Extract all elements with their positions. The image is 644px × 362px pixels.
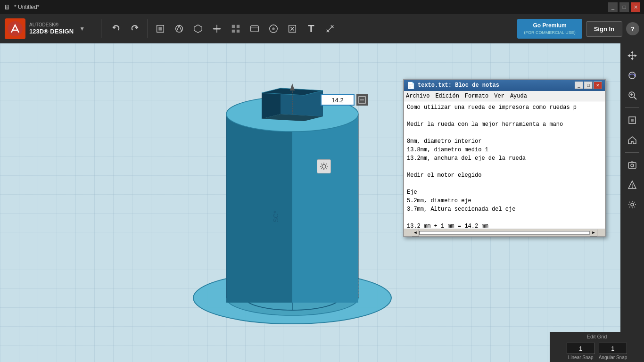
svg-point-55 (631, 203, 634, 206)
svg-point-54 (632, 187, 633, 188)
help-button[interactable]: ? (626, 22, 639, 35)
toolbar-divider-2 (148, 19, 148, 38)
3d-object: SC* (174, 67, 410, 340)
titlebar-left: 🖥 * Untitled* (4, 3, 39, 11)
zoom-button[interactable] (624, 87, 641, 104)
main-toolbar: AUTODESK® 123D® DESIGN ▼ (0, 14, 644, 43)
angular-snap-label: Angular Snap (599, 355, 627, 360)
snap-tool[interactable] (264, 18, 283, 39)
titlebar-title: * Untitled* (14, 4, 39, 10)
svg-rect-8 (237, 30, 239, 33)
notepad-content[interactable]: Como utilizar una rueda de impresora com… (404, 101, 605, 229)
notepad-minimize[interactable]: _ (575, 82, 583, 89)
right-panel-divider-2 (625, 152, 639, 153)
modify-tool[interactable] (207, 18, 226, 39)
render-button[interactable] (624, 176, 641, 193)
dimension-input[interactable] (321, 94, 355, 106)
svg-rect-22 (292, 114, 358, 303)
angular-snap-field: Angular Snap (599, 343, 627, 360)
notepad-menu-formato[interactable]: Formato (465, 93, 488, 99)
dimension-confirm-button[interactable] (356, 94, 368, 106)
titlebar: 🖥 * Untitled* _ □ ✕ (0, 0, 644, 14)
construct-tool[interactable] (189, 18, 207, 39)
svg-text:SC*: SC* (272, 211, 280, 222)
svg-point-12 (272, 27, 275, 30)
right-panel-divider-1 (625, 107, 639, 108)
notepad-hscroll-track[interactable] (419, 231, 590, 235)
primitive-tool[interactable] (151, 18, 170, 39)
measure-tool[interactable] (321, 18, 339, 39)
svg-marker-40 (627, 54, 630, 57)
orbit-button[interactable] (624, 67, 641, 84)
close-button[interactable]: ✕ (631, 2, 640, 12)
snap-inputs: Linear Snap Angular Snap (553, 343, 640, 360)
group-tool[interactable] (245, 18, 264, 39)
notepad-menu-ver[interactable]: Ver (494, 93, 504, 99)
notepad-controls: _ □ ✕ (575, 82, 602, 89)
notepad-close[interactable]: ✕ (594, 82, 602, 89)
maximize-button[interactable]: □ (619, 2, 629, 12)
notepad-icon: 📄 (407, 82, 415, 90)
svg-rect-50 (628, 163, 636, 168)
svg-point-0 (8, 21, 23, 36)
svg-marker-27 (290, 83, 295, 90)
dimension-input-container (321, 94, 368, 106)
material-tool[interactable] (283, 18, 302, 39)
fit-view-button[interactable] (624, 112, 641, 129)
svg-rect-2 (158, 27, 162, 30)
svg-rect-49 (631, 119, 634, 122)
settings-gear-button[interactable] (317, 159, 331, 173)
notepad-menu-ayuda[interactable]: Ayuda (510, 93, 527, 99)
notepad-menubar: Archivo Edición Formato Ver Ayuda (404, 91, 605, 101)
premium-button[interactable]: Go Premium (FOR COMMERCIAL USE) (517, 19, 582, 38)
app-logo (5, 18, 25, 39)
home-view-button[interactable] (624, 132, 641, 148)
right-panel (620, 43, 644, 362)
sketch-tool[interactable] (170, 18, 189, 39)
notepad-window: 📄 texto.txt: Bloc de notas _ □ ✕ Archivo… (403, 79, 606, 237)
notepad-title: texto.txt: Bloc de notas (418, 82, 499, 89)
svg-rect-21 (226, 114, 292, 303)
logo-area: AUTODESK® 123D® DESIGN ▼ (5, 18, 87, 39)
linear-snap-input[interactable] (567, 343, 595, 354)
undo-button[interactable] (108, 20, 125, 37)
angular-snap-input[interactable] (599, 343, 627, 354)
scroll-right[interactable]: ▶ (590, 229, 597, 237)
edit-grid-label: Edit Grid (553, 334, 640, 341)
toolbar-divider-1 (101, 19, 101, 38)
notepad-scrollbar-h[interactable]: ◀ ▶ (404, 229, 605, 236)
notepad-menu-edicion[interactable]: Edición (435, 93, 459, 99)
viewport: SC* (0, 43, 644, 362)
redo-button[interactable] (126, 20, 143, 37)
minimize-button[interactable]: _ (608, 2, 618, 12)
svg-rect-5 (232, 25, 235, 28)
svg-point-32 (322, 165, 326, 168)
linear-snap-field: Linear Snap (567, 343, 595, 360)
svg-marker-38 (631, 51, 634, 53)
undo-redo-group (108, 20, 143, 37)
notepad-menu-archivo[interactable]: Archivo (406, 93, 429, 99)
text-tool[interactable]: T (302, 18, 321, 39)
3d-viewport[interactable]: SC* (0, 43, 620, 362)
signin-button[interactable]: Sign In (586, 21, 622, 37)
svg-marker-39 (631, 58, 634, 60)
logo-text: AUTODESK® 123D® DESIGN (29, 22, 74, 36)
svg-rect-7 (232, 30, 235, 33)
svg-point-51 (631, 164, 634, 167)
settings3-button[interactable] (624, 196, 641, 213)
pan-button[interactable] (624, 47, 641, 64)
titlebar-controls: _ □ ✕ (608, 2, 640, 12)
linear-snap-label: Linear Snap (568, 355, 594, 360)
svg-rect-9 (251, 26, 259, 32)
bottom-bar: Edit Grid Linear Snap Angular Snap (550, 332, 644, 362)
logo-dropdown[interactable]: ▼ (77, 24, 87, 34)
notepad-maximize[interactable]: □ (584, 82, 593, 89)
app-icon: 🖥 (4, 3, 10, 11)
screenshot-button[interactable] (624, 156, 641, 173)
svg-marker-41 (635, 54, 637, 57)
pattern-tool[interactable] (226, 18, 245, 39)
scroll-left[interactable]: ◀ (412, 229, 419, 237)
svg-line-45 (634, 97, 636, 99)
notepad-title-left: 📄 texto.txt: Bloc de notas (407, 82, 499, 90)
notepad-titlebar[interactable]: 📄 texto.txt: Bloc de notas _ □ ✕ (404, 80, 605, 91)
